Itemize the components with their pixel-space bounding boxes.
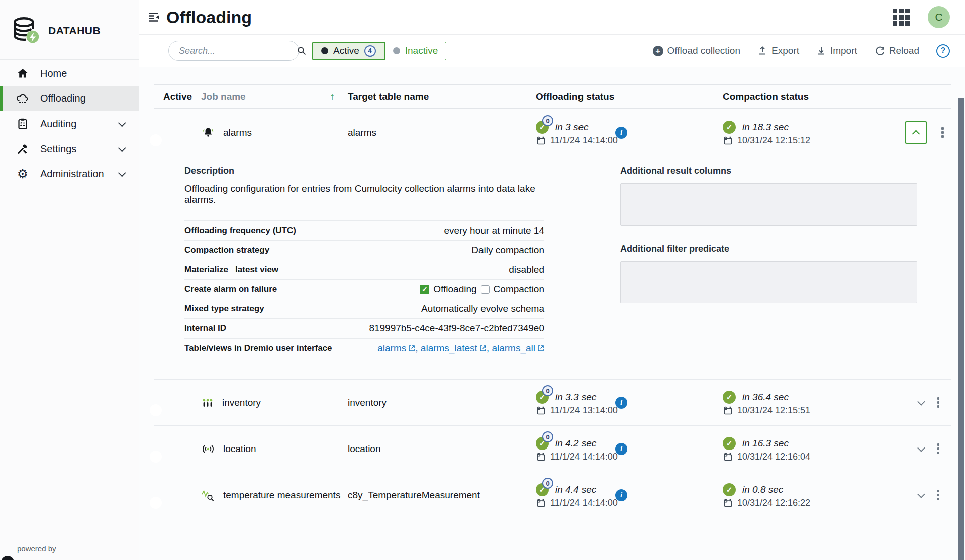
compaction-duration: in 16.3 sec bbox=[742, 438, 789, 449]
sidebar-item-home[interactable]: Home bbox=[0, 61, 139, 86]
page-header: Offloading C bbox=[139, 0, 965, 35]
additional-filter-predicate-input[interactable] bbox=[620, 261, 917, 303]
app-root: DATAHUB Home Offloading bbox=[0, 0, 965, 560]
search-box bbox=[168, 41, 299, 61]
reload-icon bbox=[875, 46, 885, 56]
error-count-badge: 0 bbox=[542, 385, 553, 396]
detail-field: Compaction strategy Daily compaction bbox=[184, 240, 544, 260]
additional-result-columns-input[interactable] bbox=[620, 183, 917, 226]
dremio-link-alarms-all[interactable]: alarms_all bbox=[492, 343, 544, 354]
filter-inactive-label: Inactive bbox=[405, 45, 438, 56]
table-header-row: Active Job name ↑ Target table name Offl… bbox=[154, 84, 951, 109]
compaction-duration: in 18.3 sec bbox=[742, 122, 789, 133]
vertical-scrollbar[interactable] bbox=[958, 98, 964, 560]
compaction-status-cell: ✓ in 36.4 sec 10/31/24 12:15:51 bbox=[723, 389, 905, 416]
search-icon[interactable] bbox=[297, 46, 307, 56]
collapse-sidebar-icon[interactable] bbox=[147, 11, 160, 24]
home-icon bbox=[16, 67, 29, 79]
success-check-icon: ✓ 0 bbox=[536, 437, 549, 450]
col-header-target-table: Target table name bbox=[348, 91, 536, 102]
chevron-up-icon bbox=[912, 130, 920, 138]
chevron-down-icon bbox=[118, 169, 126, 177]
table-row: inventory inventory ✓ 0 in 3.3 sec bbox=[154, 380, 951, 426]
collapse-row-button[interactable] bbox=[905, 121, 927, 144]
info-icon[interactable]: i bbox=[615, 443, 627, 455]
help-icon[interactable]: ? bbox=[936, 44, 950, 58]
measurement-waveform-icon bbox=[201, 489, 215, 502]
content: Active Job name ↑ Target table name Offl… bbox=[139, 67, 965, 560]
target-table-name: alarms bbox=[348, 127, 536, 138]
detail-field-dremio-links: Table/views in Dremio user interface ala… bbox=[184, 338, 544, 358]
row-menu-icon[interactable] bbox=[939, 125, 946, 140]
info-icon[interactable]: i bbox=[615, 397, 627, 409]
offloading-last-run: 11/1/24 14:14:00 bbox=[550, 452, 618, 462]
info-icon[interactable]: i bbox=[615, 489, 627, 501]
schedule-icon bbox=[723, 498, 733, 508]
compaction-checkbox[interactable] bbox=[481, 285, 490, 294]
bell-icon bbox=[201, 126, 215, 139]
filter-inactive-button[interactable]: Inactive bbox=[385, 42, 446, 60]
success-check-icon: ✓ bbox=[723, 483, 736, 496]
sidebar-item-label: Auditing bbox=[40, 118, 76, 130]
additional-filter-predicate-label: Additional filter predicate bbox=[620, 244, 917, 254]
job-name: alarms bbox=[223, 127, 252, 138]
offload-collection-button[interactable]: + Offload collection bbox=[653, 45, 740, 56]
row-menu-icon[interactable] bbox=[935, 441, 942, 456]
filter-active-button[interactable]: Active 4 bbox=[312, 42, 385, 60]
schedule-icon bbox=[536, 405, 546, 416]
compaction-status-cell: ✓ in 18.3 sec bbox=[723, 119, 905, 146]
compaction-duration: in 0.8 sec bbox=[742, 484, 783, 495]
sidebar-item-administration[interactable]: ⚙ Administration bbox=[0, 161, 139, 186]
compaction-duration: in 36.4 sec bbox=[742, 392, 789, 403]
footer-logo bbox=[1, 556, 14, 560]
main-area: Offloading C Active bbox=[139, 0, 965, 560]
user-avatar[interactable]: C bbox=[928, 6, 950, 28]
dremio-link-alarms[interactable]: alarms bbox=[377, 343, 415, 354]
detail-field-alarm-on-failure: Create alarm on failure ✓ Offloading Com… bbox=[184, 279, 544, 299]
sidebar-item-settings[interactable]: Settings bbox=[0, 136, 139, 161]
chevron-down-icon bbox=[118, 144, 126, 152]
page-title: Offloading bbox=[166, 8, 252, 27]
offloading-checkbox[interactable]: ✓ bbox=[420, 285, 429, 294]
row-menu-icon[interactable] bbox=[935, 488, 942, 502]
sidebar-footer: powered by bbox=[0, 534, 139, 560]
offloading-status-cell: ✓ 0 in 3.3 sec bbox=[536, 389, 723, 416]
success-check-icon: ✓ bbox=[723, 391, 736, 404]
sort-ascending-icon[interactable]: ↑ bbox=[330, 91, 335, 102]
sidebar-item-auditing[interactable]: Auditing bbox=[0, 111, 139, 136]
target-table-name: c8y_TemperatureMeasurement bbox=[348, 490, 536, 501]
reload-button[interactable]: Reload bbox=[875, 45, 919, 56]
compaction-last-run: 10/31/24 12:16:22 bbox=[737, 498, 810, 508]
offloading-last-run: 11/1/24 14:14:00 bbox=[550, 135, 618, 146]
sidebar-item-label: Settings bbox=[40, 143, 76, 155]
tools-icon bbox=[16, 143, 29, 155]
import-button[interactable]: Import bbox=[816, 45, 857, 56]
table-row: alarms alarms ✓ 0 in 3 sec bbox=[154, 109, 951, 380]
info-icon[interactable]: i bbox=[615, 127, 627, 139]
description-text: Offloading configuration for entries fro… bbox=[184, 183, 544, 205]
inventory-icon bbox=[201, 396, 214, 409]
compaction-status-cell: ✓ in 16.3 sec 10/31/24 12:16:04 bbox=[723, 435, 905, 462]
import-icon bbox=[816, 46, 826, 56]
sidebar-item-offloading[interactable]: Offloading bbox=[0, 86, 139, 111]
success-check-icon: ✓ bbox=[723, 437, 736, 450]
offloading-table: Active Job name ↑ Target table name Offl… bbox=[154, 84, 951, 518]
app-switcher-icon[interactable] bbox=[893, 9, 910, 26]
sidebar-item-label: Home bbox=[40, 68, 67, 79]
active-count-badge: 4 bbox=[364, 45, 376, 57]
reload-label: Reload bbox=[889, 45, 919, 56]
search-input[interactable] bbox=[179, 46, 297, 56]
offloading-last-run: 11/1/24 13:14:00 bbox=[550, 405, 618, 416]
dremio-link-alarms-latest[interactable]: alarms_latest bbox=[421, 343, 487, 354]
export-button[interactable]: Export bbox=[757, 45, 799, 56]
col-header-job-name[interactable]: Job name ↑ bbox=[201, 91, 348, 102]
table-row: temperature measurements c8y_Temperature… bbox=[154, 472, 951, 518]
offload-collection-label: Offload collection bbox=[667, 45, 740, 56]
expand-row-chevron-icon[interactable] bbox=[917, 398, 925, 406]
expand-row-chevron-icon[interactable] bbox=[917, 444, 925, 452]
schedule-icon bbox=[723, 452, 733, 462]
schedule-icon bbox=[723, 405, 733, 416]
brand-name: DATAHUB bbox=[48, 25, 101, 37]
expand-row-chevron-icon[interactable] bbox=[917, 490, 925, 498]
row-menu-icon[interactable] bbox=[935, 395, 942, 410]
